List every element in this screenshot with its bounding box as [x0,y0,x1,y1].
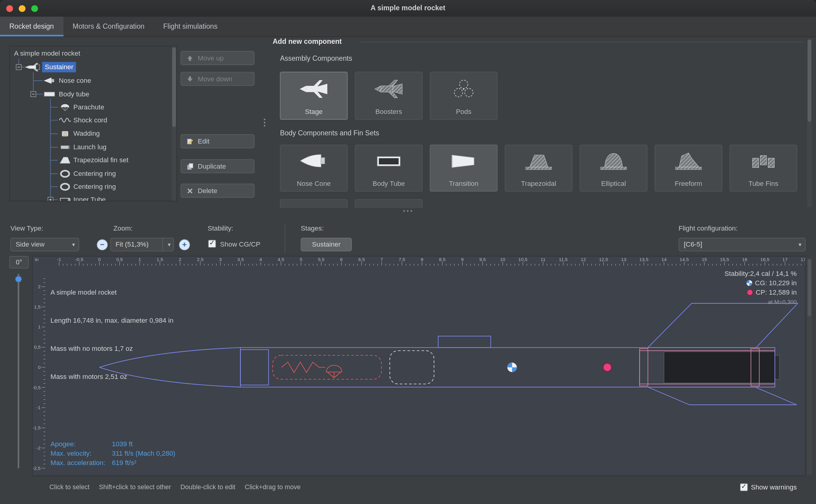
view-type-select[interactable]: Side view [10,238,79,251]
component-tile-body-tube[interactable]: Body Tube [355,145,423,192]
component-tree[interactable]: A simple model rocket Sustainer Nose con… [9,46,177,202]
tree-item-rocket-root[interactable]: A simple model rocket [10,47,176,60]
canvas-scrollbar-thumb[interactable] [808,259,811,316]
tree-item-trapezoidal-fin-set[interactable]: Trapezoidal fin set [10,153,176,167]
hint-double-click: Double-click to edit [180,483,235,491]
component-tile-transition[interactable]: Transition [430,145,497,192]
horizontal-splitter-handle[interactable] [403,210,412,212]
svg-text:12: 12 [581,257,586,262]
tab-flight-simulations[interactable]: Flight simulations [154,17,227,36]
component-tile-freeform[interactable]: Freeform [655,145,722,192]
centering-ring-fore-outline [640,349,648,386]
tree-item-label: A simple model rocket [14,48,80,59]
component-tile-trapezoidal[interactable]: Trapezoidal [505,145,572,192]
zoom-in-button[interactable] [179,239,190,250]
tree-item-label-selected: Sustainer [42,62,76,72]
tree-item-nose-cone[interactable]: Nose cone [10,74,176,88]
hint-shift-click: Shift+click to select other [99,483,171,491]
component-tile-tube-fins[interactable]: Tube Fins [730,145,797,192]
move-down-button[interactable]: Move down [180,72,254,86]
tab-rocket-design[interactable]: Rocket design [0,17,63,36]
shock-cord-outline [390,351,434,384]
sustainer-rocket-icon [24,63,41,71]
stage-toggle-sustainer[interactable]: Sustainer [301,238,352,251]
add-panel-scrollbar[interactable] [807,38,812,207]
svg-text:17: 17 [782,257,788,262]
tree-item-body-tube[interactable]: Body tube [10,87,176,101]
tree-item-inner-tube[interactable]: Inner Tube [10,193,176,202]
rotation-slider-track[interactable] [18,274,19,468]
svg-text:15: 15 [702,257,707,262]
zoom-value: Fit (51,3%) [115,241,148,248]
show-warnings-checkbox[interactable] [740,483,748,491]
svg-text:5: 5 [300,257,303,262]
component-tile-partial-1[interactable] [280,199,348,208]
cg-legend-icon [746,280,753,286]
svg-text:0: 0 [38,365,41,370]
tree-item-centering-ring-2[interactable]: Centering ring [10,180,176,194]
tree-item-parachute[interactable]: Parachute [10,100,176,114]
delete-label: Delete [198,187,217,195]
flight-stats-block: Apogee:1039 ft Max. velocity:311 ft/s (M… [50,440,175,468]
svg-text:4: 4 [259,257,262,262]
component-tile-nose-cone[interactable]: Nose Cone [280,145,348,192]
svg-text:-2: -2 [37,445,41,451]
tree-item-wadding[interactable]: Wadding [10,127,176,141]
hint-click-drag: Click+drag to move [245,483,301,491]
pods-icon [448,78,479,101]
fin-set-icon [59,156,71,165]
tile-label: Stage [280,108,347,115]
fin-lower-outline [648,387,797,405]
tile-label: Transition [430,179,497,187]
svg-text:0,5: 0,5 [116,257,123,262]
add-panel-scrollbar-thumb[interactable] [808,40,811,122]
assembly-components-heading: Assembly Components [280,55,352,63]
component-tile-stage[interactable]: Stage [280,72,348,120]
show-cgcp-checkbox[interactable] [208,240,216,248]
tab-motors-configuration[interactable]: Motors & Configuration [63,17,154,36]
svg-text:-0,5: -0,5 [33,385,40,390]
tile-label: Body Tube [355,179,422,187]
svg-text:17,5: 17,5 [801,257,805,262]
tree-item-shock-cord[interactable]: Shock cord [10,113,176,127]
tree-item-label: Body tube [59,89,89,99]
centering-ring-icon [59,170,71,178]
shock-cord-zigzag [282,362,325,372]
tree-scrollbar-thumb[interactable] [172,47,176,127]
edit-button[interactable]: Edit [180,134,254,148]
tree-item-launch-lug[interactable]: Launch lug [10,141,176,154]
svg-text:3: 3 [219,257,222,262]
vertical-splitter-handle[interactable] [264,119,265,127]
tree-item-sustainer[interactable]: Sustainer [10,60,176,74]
tree-item-label: Inner Tube [73,195,106,201]
status-hints: Click to select Shift+click to select ot… [50,483,301,491]
tree-item-label: Centering ring [73,169,116,179]
zoom-out-button[interactable] [97,239,108,250]
tree-scrollbar[interactable] [172,46,176,201]
view-type-value: Side view [16,241,45,248]
tree-item-label: Launch lug [73,142,107,152]
component-tile-partial-2[interactable] [355,199,423,208]
rotation-angle-box[interactable]: 0° [9,256,29,268]
tree-item-label: Shock cord [73,115,107,125]
tree-item-centering-ring-1[interactable]: Centering ring [10,167,176,181]
move-up-button[interactable]: Move up [180,51,254,65]
component-tile-elliptical[interactable]: Elliptical [580,145,647,192]
rocket-canvas[interactable]: -1-0,500,511,522,533,544,555,566,577,588… [32,256,806,476]
svg-text:-1: -1 [37,405,41,410]
centering-ring-icon [59,183,71,191]
zoom-select[interactable]: Fit (51,3%) [110,238,174,251]
delete-button[interactable]: Delete [180,184,254,198]
flight-configuration-select[interactable]: [C6-5] [678,238,805,251]
component-tile-boosters[interactable]: Boosters [355,72,423,120]
arrow-up-icon [186,54,193,62]
component-tile-pods[interactable]: Pods [430,72,497,120]
duplicate-button[interactable]: Duplicate [180,159,254,173]
svg-text:2,5: 2,5 [197,257,204,262]
canvas-scrollbar[interactable] [807,258,812,475]
tile-label: Nose Cone [280,179,347,187]
edit-pencil-icon [186,137,193,145]
svg-text:16: 16 [742,257,747,262]
rotation-slider-knob[interactable] [15,276,22,283]
rocket-mass-empty-text: Mass with no motors 1,7 oz [50,344,173,353]
